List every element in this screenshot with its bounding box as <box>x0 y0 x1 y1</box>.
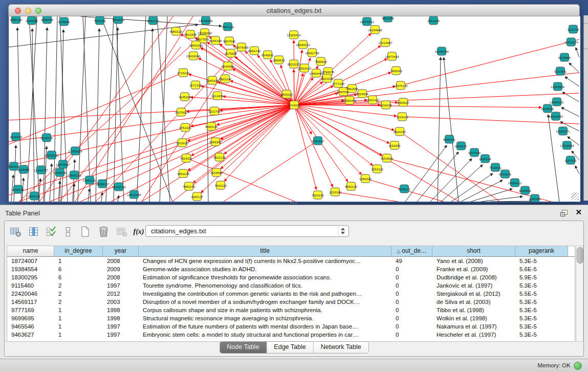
table-cell[interactable]: 0 <box>391 298 432 306</box>
close-panel-icon[interactable]: ✕ <box>575 208 582 217</box>
column-header-name[interactable]: name <box>7 246 54 256</box>
table-cell[interactable]: 2012 <box>103 290 139 298</box>
vertical-scrollbar[interactable] <box>576 246 583 342</box>
table-row[interactable]: 911546021997Tourette syndrome. Phenomeno… <box>7 281 575 290</box>
new-table-icon[interactable] <box>78 225 93 239</box>
table-cell[interactable]: Nakamura et al. (1997) <box>432 322 515 331</box>
table-cell[interactable]: Hescheler et al. (1997) <box>432 331 515 339</box>
table-cell[interactable]: Jankovic et al. (1997) <box>432 281 515 290</box>
table-cell[interactable]: 18300295 <box>7 273 54 281</box>
row-height-icon[interactable] <box>61 225 75 239</box>
table-cell[interactable]: 9465546 <box>7 322 54 331</box>
table-cell[interactable]: Estimation of the future numbers of pati… <box>139 322 391 331</box>
table-cell[interactable]: Changes of HCN gene expression and I(f) … <box>139 257 391 265</box>
table-cell[interactable]: Dudbridge et al. (2008) <box>432 273 515 281</box>
table-cell[interactable]: 0 <box>391 322 432 331</box>
table-row[interactable]: 977716911998Corpus callosum shape and si… <box>7 306 575 314</box>
table-cell[interactable]: 14569117 <box>7 298 54 306</box>
table-cell[interactable]: Stergiakouli et al. (2012) <box>432 290 515 298</box>
table-cell[interactable]: 1998 <box>103 306 139 314</box>
table-cell[interactable]: Disruption of a novel member of a sodium… <box>139 298 391 306</box>
table-cell[interactable]: 6 <box>54 273 103 281</box>
table-cell[interactable]: 1 <box>54 314 103 322</box>
table-cell[interactable]: 18724007 <box>7 257 54 265</box>
dropdown-stepper-icon[interactable] <box>338 226 347 236</box>
table-cell[interactable]: 2 <box>54 281 103 290</box>
table-cell[interactable]: 1997 <box>103 322 139 331</box>
table-cell[interactable]: 0 <box>391 265 432 273</box>
table-cell[interactable]: Genome-wide association studies in ADHD. <box>139 265 391 273</box>
tab-node-table[interactable]: Node Table <box>220 342 266 353</box>
vertical-scrollbar-thumb[interactable] <box>577 247 583 264</box>
delete-table-icon[interactable] <box>97 225 111 239</box>
tab-edge-table[interactable]: Edge Table <box>266 342 313 353</box>
table-cell[interactable]: Franke et al. (2009) <box>432 265 515 273</box>
table-cell[interactable]: 1 <box>54 331 103 339</box>
table-row[interactable]: 1938455462009Genome-wide association stu… <box>7 265 575 273</box>
column-header-out-de-[interactable]: △out_de… <box>391 246 432 256</box>
table-cell[interactable]: 1998 <box>103 314 139 322</box>
table-cell[interactable]: Corpus callosum shape and size in male p… <box>139 306 391 314</box>
table-cell[interactable]: 0 <box>391 331 432 339</box>
table-cell[interactable]: Embryonic stem cells: a model to study s… <box>139 331 391 339</box>
table-row[interactable]: 2242004622012Investigating the contribut… <box>7 290 575 298</box>
table-cell[interactable]: 5.3E-5 <box>515 322 568 331</box>
table-cell[interactable]: 0 <box>391 314 432 322</box>
table-row[interactable]: 946554611997Estimation of the future num… <box>7 322 575 331</box>
show-columns-icon[interactable] <box>27 225 41 239</box>
column-header-in-degree[interactable]: in_degree <box>54 246 103 256</box>
table-cell[interactable]: 1997 <box>103 281 139 290</box>
table-cell[interactable]: Wolkin et al. (1998) <box>432 314 515 322</box>
table-cell[interactable]: 5.6E-5 <box>515 265 568 273</box>
table-cell[interactable]: 5.3E-5 <box>515 281 568 290</box>
table-cell[interactable]: 0 <box>391 281 432 290</box>
table-cell[interactable]: Investigating the contribution of common… <box>139 290 391 298</box>
table-row[interactable]: 1456911722003Disruption of a novel membe… <box>7 298 575 306</box>
table-cell[interactable]: 9463627 <box>7 331 54 339</box>
table-cell[interactable]: 5.9E-5 <box>515 273 568 281</box>
table-cell[interactable]: 5.3E-5 <box>515 331 568 339</box>
table-cell[interactable]: Structural magnetic resonance image aver… <box>139 314 391 322</box>
window-titlebar[interactable]: citations_edges.txt <box>8 4 580 16</box>
float-panel-icon[interactable] <box>560 210 568 216</box>
table-cell[interactable]: 5.3E-5 <box>515 257 568 265</box>
table-cell[interactable]: 6 <box>54 265 103 273</box>
network-canvas[interactable]: 2055190165338291584351125441752915110625… <box>8 16 581 202</box>
table-cell[interactable]: 1 <box>54 322 103 331</box>
table-cell[interactable]: 5.5E-5 <box>515 290 568 298</box>
table-cell[interactable]: 19384554 <box>7 265 54 273</box>
citation-network-graph[interactable]: 2055190165338291584351125441752915110625… <box>9 16 580 202</box>
table-cell[interactable]: 1997 <box>103 331 139 339</box>
table-cell[interactable]: 2008 <box>103 273 139 281</box>
table-mode-icon[interactable] <box>9 225 23 239</box>
split-pane-handle[interactable] <box>290 202 298 204</box>
table-cell[interactable]: 5.3E-5 <box>515 298 568 306</box>
table-cell[interactable]: 1 <box>54 306 103 314</box>
column-header-pagerank[interactable]: pagerank <box>515 246 568 256</box>
table-row[interactable]: 969969511998Structural magnetic resonanc… <box>7 314 575 322</box>
table-cell[interactable]: Tourette syndrome. Phenomenology and cla… <box>139 281 391 290</box>
table-cell[interactable]: 2003 <box>103 298 139 306</box>
table-cell[interactable]: 5.3E-5 <box>515 314 568 322</box>
table-row[interactable]: 1830029562008Estimation of significance … <box>7 273 575 281</box>
row-checks-icon[interactable] <box>45 225 59 239</box>
memory-indicator[interactable] <box>574 362 582 370</box>
table-cell[interactable]: 0 <box>391 290 432 298</box>
table-row[interactable]: 946362711997Embryonic stem cells: a mode… <box>7 331 575 339</box>
table-cell[interactable]: Yano et al. (2008) <box>432 257 515 265</box>
table-cell[interactable]: de Silva et al. (2003) <box>432 298 515 306</box>
table-cell[interactable]: 5.3E-5 <box>515 306 568 314</box>
table-cell[interactable]: 2008 <box>103 257 139 265</box>
column-header-title[interactable]: title <box>139 246 391 256</box>
table-row[interactable]: 1872400712008Changes of HCN gene express… <box>7 257 575 265</box>
table-cell[interactable]: 2 <box>54 290 103 298</box>
resize-grip-icon[interactable] <box>571 192 579 200</box>
function-builder-icon[interactable]: f(x) <box>132 225 146 239</box>
column-header-year[interactable]: year <box>103 246 139 256</box>
column-header-short[interactable]: short <box>432 246 515 256</box>
table-cell[interactable]: 0 <box>391 273 432 281</box>
table-cell[interactable]: Estimation of significance thresholds fo… <box>139 273 391 281</box>
table-cell[interactable]: 22420046 <box>7 290 54 298</box>
table-cell[interactable]: 2009 <box>103 265 139 273</box>
table-selector-dropdown[interactable]: citations_edges.txt <box>145 225 349 237</box>
